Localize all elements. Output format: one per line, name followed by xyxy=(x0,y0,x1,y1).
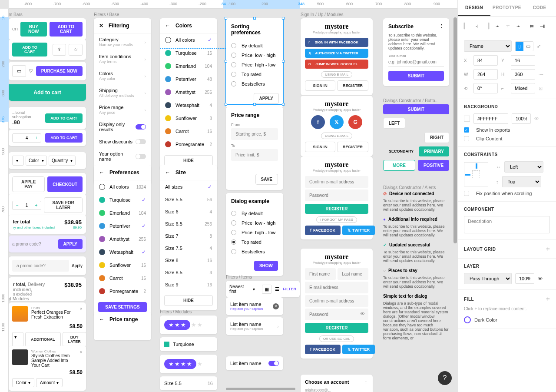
back-icon[interactable]: ← xyxy=(165,23,170,29)
heart-icon[interactable]: ♡ xyxy=(69,44,83,56)
grid-view-icon[interactable]: ▦ xyxy=(262,285,271,294)
google-icon[interactable]: G xyxy=(348,115,362,129)
primary-button[interactable]: PRIMARY xyxy=(419,146,449,156)
tab-prototype[interactable]: PROTOTYPE xyxy=(490,0,523,16)
hide-button[interactable]: HIDE xyxy=(164,295,213,306)
password-input[interactable] xyxy=(305,309,368,320)
filter-row[interactable]: ColorsAny color› xyxy=(94,67,151,84)
filter-row[interactable]: CategoryNarrow your results› xyxy=(94,33,151,50)
radius-input[interactable] xyxy=(511,83,535,93)
size-row[interactable]: All sizes✓ xyxy=(160,180,217,193)
canvas-scrollbar[interactable] xyxy=(226,388,295,390)
size-row[interactable]: Size 6.5256 xyxy=(160,218,217,230)
more-icon[interactable]: ⋮ xyxy=(439,23,444,30)
portrait-icon[interactable]: ▯ xyxy=(516,42,523,51)
add-to-cart-button[interactable]: ADD TO CART xyxy=(12,43,47,56)
left-button[interactable]: LEFT xyxy=(383,118,405,129)
color-row[interactable]: Amethyst256 xyxy=(94,233,151,246)
frame-type-select[interactable]: Frame xyxy=(464,40,512,52)
w-input[interactable] xyxy=(473,69,498,80)
add-to-cart-button[interactable]: ADD TO CART xyxy=(45,133,83,143)
align-top-icon[interactable]: ⫠ xyxy=(493,21,502,30)
filter-row[interactable]: Item conditionsAny terms› xyxy=(94,50,151,67)
link-wh-icon[interactable]: ⊶ xyxy=(539,72,543,77)
qty-select[interactable]: ▾ xyxy=(12,332,23,347)
blend-mode-select[interactable]: Pass Through xyxy=(464,273,512,284)
confirm-email-input[interactable] xyxy=(305,176,368,188)
align-right-icon[interactable]: ▕ xyxy=(482,21,492,30)
save-settings-button[interactable]: SAVE SETTINGS xyxy=(98,302,147,312)
align-center-v-icon[interactable]: ⫟ xyxy=(503,21,513,30)
size-row[interactable]: Size 64 xyxy=(160,206,217,218)
dialog-option[interactable]: Top rated xyxy=(231,237,278,247)
list-item-3[interactable]: List item name xyxy=(226,356,283,370)
confirm-email-input[interactable] xyxy=(305,295,368,307)
filter-link[interactable]: FILTER xyxy=(283,287,296,291)
checkout-button[interactable]: CHECKOUT xyxy=(47,176,83,192)
color-row[interactable]: Wetasphalt✓ xyxy=(94,246,151,259)
save-later-button[interactable]: SAVE FOR LATER xyxy=(44,197,83,213)
register-button[interactable]: REGISTER xyxy=(305,204,368,214)
bg-swatch[interactable] xyxy=(464,116,470,122)
qty-select[interactable]: Quantity▾ xyxy=(49,156,76,166)
more-icon[interactable]: ⋮ xyxy=(364,379,368,385)
color-row[interactable]: Carrot16 xyxy=(160,125,217,138)
price-to-input[interactable] xyxy=(231,149,278,161)
add-to-cart-button[interactable]: Add to cart xyxy=(9,84,86,101)
color-row[interactable]: Amethyst256 xyxy=(160,86,217,99)
twitter-button[interactable]: 𝕏TWITTER xyxy=(342,226,375,235)
color-row[interactable]: All colors✓ xyxy=(160,33,217,47)
tab-code[interactable]: CODE xyxy=(523,0,556,16)
hide-button[interactable]: HIDE xyxy=(164,155,213,166)
toggle[interactable] xyxy=(136,139,146,144)
twitter-button[interactable]: 𝕏AUTHORIZE VIA TWITTER xyxy=(305,49,368,58)
eye-icon[interactable]: 👁 xyxy=(538,276,543,281)
password-input[interactable] xyxy=(305,189,368,201)
add-to-cart-button[interactable]: ADD TO CART xyxy=(45,113,83,123)
register-button[interactable]: REGISTER xyxy=(305,323,368,333)
color-row[interactable]: Pomegranate2 xyxy=(94,285,151,298)
register-button[interactable]: REGISTER xyxy=(337,142,368,152)
buy-later-button[interactable]: BUY LATER xyxy=(63,332,86,347)
box-icon[interactable]: ▭ xyxy=(12,65,26,77)
back-icon[interactable]: ← xyxy=(165,169,170,176)
tab-design[interactable]: DESIGN xyxy=(458,0,490,16)
bg-color-input[interactable] xyxy=(473,113,508,124)
list-view-icon[interactable]: ☰ xyxy=(275,286,279,292)
more-button[interactable]: MORE xyxy=(383,160,415,171)
eye-icon[interactable]: 👁 xyxy=(534,116,539,121)
add-icon[interactable]: + xyxy=(546,245,550,253)
show-button[interactable]: SHOW xyxy=(254,261,278,271)
apple-pay-button[interactable]: APPLE PAY xyxy=(12,176,45,192)
color-row[interactable]: All colors1024 xyxy=(94,180,151,193)
signin-button[interactable]: SIGN IN xyxy=(305,80,335,91)
fix-position-checkbox[interactable] xyxy=(464,191,469,196)
email-input[interactable] xyxy=(388,58,444,66)
sort-select[interactable]: Newest first▾ xyxy=(229,284,255,294)
facebook-button[interactable]: fSIGN IN WITH FACEBOOK xyxy=(305,38,368,47)
h-input[interactable] xyxy=(511,69,535,80)
add-icon[interactable]: + xyxy=(546,295,550,303)
resize-fit-icon[interactable]: ⤢ xyxy=(537,43,541,49)
color-row[interactable]: Sunflower16 xyxy=(94,259,151,272)
promo-input[interactable] xyxy=(12,260,69,272)
quantity-stepper[interactable]: −1+ xyxy=(12,201,41,210)
close-icon[interactable]: × xyxy=(80,306,83,322)
submit-button[interactable]: SUBMIT xyxy=(388,71,444,81)
quantity-stepper[interactable]: −4+ xyxy=(12,133,41,143)
list-item-2[interactable]: List item nameReplace your caption › xyxy=(226,317,283,335)
first-name-input[interactable] xyxy=(305,268,336,280)
clip-content-checkbox[interactable] xyxy=(464,136,469,141)
x-input[interactable] xyxy=(473,55,498,66)
google-button[interactable]: GJUMP IN WITH GOOGLE+ xyxy=(305,60,368,69)
heart-icon[interactable]: ♡ xyxy=(29,68,33,74)
facebook-button[interactable]: fFACEBOOK xyxy=(305,345,341,354)
color-row[interactable]: Peterriver✓ xyxy=(94,219,151,233)
apply-button[interactable]: APPLY xyxy=(58,239,83,249)
email-input[interactable] xyxy=(305,282,368,293)
help-button[interactable]: ? xyxy=(438,371,452,385)
align-center-h-icon[interactable]: ⫞ xyxy=(472,21,481,30)
distribute-h-icon[interactable]: ⫢ xyxy=(527,21,536,30)
buy-now-button[interactable]: BUY NOW xyxy=(20,22,47,37)
align-bottom-icon[interactable]: ⫠ xyxy=(513,21,523,30)
